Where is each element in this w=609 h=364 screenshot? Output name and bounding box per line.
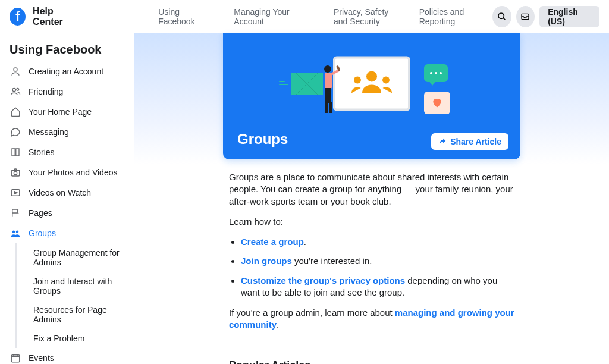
svg-point-5 — [17, 88, 19, 90]
sidebar-item-messaging[interactable]: Messaging — [7, 122, 134, 142]
sidebar-item-stories[interactable]: Stories — [7, 142, 134, 162]
svg-rect-25 — [325, 102, 328, 113]
play-icon — [10, 187, 21, 199]
nav-policies-reporting[interactable]: Policies and Reporting — [419, 7, 492, 26]
sidebar-item-label: Events — [29, 353, 54, 363]
sidebar-item-label: Stories — [29, 148, 55, 157]
sidebar-item-events[interactable]: Events — [7, 348, 134, 364]
nav-using-facebook[interactable]: Using Facebook — [158, 7, 211, 26]
sidebar-item-pages[interactable]: Pages — [7, 203, 134, 223]
header-right: English (US) — [492, 6, 599, 27]
sidebar-item-label: Videos on Watch — [29, 188, 91, 197]
sidebar: Using Facebook Creating an Account Frien… — [0, 33, 134, 364]
sidebar-item-label: Fix a Problem — [33, 334, 84, 343]
nav-managing-account[interactable]: Managing Your Account — [234, 7, 311, 26]
svg-point-7 — [14, 172, 17, 175]
header: f Help Center Using Facebook Managing Yo… — [0, 0, 609, 33]
search-icon — [497, 12, 507, 21]
share-label: Share Article — [450, 137, 501, 146]
sidebar-subitem-fix-problem[interactable]: Fix a Problem — [31, 329, 134, 348]
svg-point-19 — [366, 71, 377, 81]
join-groups-link[interactable]: Join groups — [241, 256, 292, 266]
svg-rect-11 — [11, 355, 20, 362]
people-icon — [348, 67, 395, 100]
list-item: Create a group. — [241, 236, 514, 248]
sidebar-item-label: Join and Interact with Groups — [33, 277, 132, 296]
sidebar-subitem-join-interact[interactable]: Join and Interact with Groups — [31, 272, 134, 300]
article-body: Groups are a place to communicate about … — [229, 171, 514, 364]
sidebar-item-label: Your Photos and Videos — [29, 168, 117, 177]
sidebar-item-friending[interactable]: Friending — [7, 81, 134, 102]
svg-rect-26 — [329, 102, 332, 113]
svg-point-22 — [324, 65, 331, 73]
sidebar-item-label: Your Home Page — [29, 107, 92, 117]
share-icon — [438, 137, 447, 146]
sidebar-item-label: Friending — [29, 87, 63, 96]
sidebar-item-label: Resources for Page Admins — [33, 305, 132, 324]
privacy-options-link[interactable]: Customize the group's privacy options — [241, 275, 405, 285]
facebook-logo[interactable]: f — [10, 8, 26, 26]
book-icon — [10, 146, 21, 158]
language-selector[interactable]: English (US) — [539, 6, 599, 27]
groups-icon — [10, 227, 21, 239]
heart-card-icon — [424, 92, 450, 114]
search-button[interactable] — [492, 6, 511, 27]
chat-icon — [10, 126, 21, 138]
share-article-button[interactable]: Share Article — [431, 133, 508, 150]
speech-bubble-icon — [424, 64, 448, 82]
camera-icon — [10, 167, 21, 178]
svg-point-20 — [354, 76, 361, 83]
top-nav: Using Facebook Managing Your Account Pri… — [158, 7, 492, 26]
sidebar-item-videos-watch[interactable]: Videos on Watch — [7, 183, 134, 203]
hero-banner: Groups Share Article — [223, 33, 520, 159]
person-illustration — [319, 64, 337, 112]
sidebar-subitem-group-management[interactable]: Group Management for Admins — [31, 243, 134, 272]
list-item: Customize the group's privacy options de… — [241, 275, 514, 299]
sidebar-item-groups[interactable]: Groups — [7, 223, 134, 243]
learn-list: Create a group. Join groups you're inter… — [241, 236, 514, 299]
sidebar-item-creating-account[interactable]: Creating an Account — [7, 61, 134, 81]
svg-point-3 — [14, 68, 17, 71]
home-icon — [10, 106, 21, 118]
user-icon — [10, 65, 21, 77]
inbox-icon — [520, 12, 530, 21]
svg-point-4 — [12, 88, 15, 91]
inbox-button[interactable] — [516, 6, 535, 27]
intro-text: Groups are a place to communicate about … — [229, 171, 514, 208]
svg-point-21 — [382, 76, 390, 83]
help-center-title[interactable]: Help Center — [33, 6, 81, 27]
calendar-icon — [10, 352, 21, 364]
svg-line-1 — [503, 18, 505, 20]
admin-note: If you're a group admin, learn more abou… — [229, 307, 514, 331]
flag-icon — [10, 207, 21, 219]
sidebar-groups-submenu: Group Management for Admins Join and Int… — [15, 243, 134, 348]
svg-point-9 — [12, 231, 15, 234]
sidebar-item-label: Creating an Account — [29, 67, 103, 76]
svg-point-0 — [498, 13, 504, 18]
sidebar-item-label: Group Management for Admins — [33, 248, 132, 267]
envelope-icon — [291, 73, 323, 95]
sidebar-item-photos-videos[interactable]: Your Photos and Videos — [7, 162, 134, 183]
create-group-link[interactable]: Create a group — [241, 237, 304, 247]
main-content: Groups Share Article Groups are a place … — [134, 33, 609, 364]
svg-rect-24 — [325, 88, 331, 103]
divider — [229, 346, 514, 346]
svg-rect-6 — [11, 170, 20, 176]
sidebar-item-home-page[interactable]: Your Home Page — [7, 102, 134, 122]
sidebar-title: Using Facebook — [7, 43, 134, 61]
list-item: Join groups you're interested in. — [241, 255, 514, 267]
friend-icon — [10, 86, 21, 98]
sidebar-item-label: Groups — [29, 228, 56, 238]
hero-illustration — [237, 48, 506, 125]
learn-how-label: Learn how to: — [229, 216, 514, 228]
sidebar-item-label: Pages — [29, 208, 52, 218]
nav-privacy-safety[interactable]: Privacy, Safety and Security — [334, 7, 397, 26]
popular-articles-title: Popular Articles — [229, 358, 514, 365]
svg-point-10 — [16, 231, 19, 234]
sidebar-subitem-page-admins[interactable]: Resources for Page Admins — [31, 300, 134, 329]
sidebar-item-label: Messaging — [29, 127, 69, 137]
